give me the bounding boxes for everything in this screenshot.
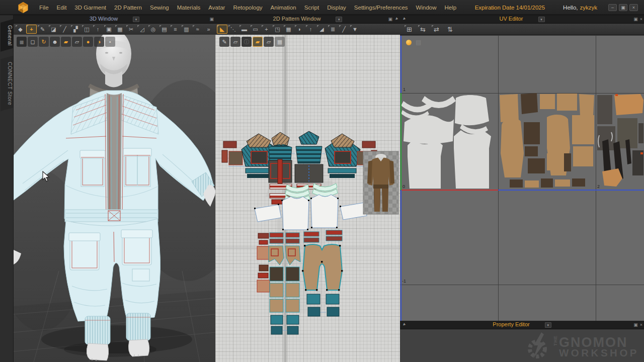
panel-menu-caret[interactable]: ▾ (538, 17, 545, 22)
uv-arrange-grid-tool[interactable]: ⇄ (431, 25, 442, 34)
menu-item[interactable]: Window (412, 0, 441, 15)
panel-property-header: ◄ Property Editor▾ ▣ × (400, 321, 644, 329)
title-bar: FileEdit3D Garment2D PatternSewingMateri… (0, 0, 644, 15)
uv-gridline (400, 285, 644, 285)
show-seamlines-toggle[interactable]: ↻ (39, 37, 49, 47)
menu-item[interactable]: File (35, 0, 53, 15)
menu-item[interactable]: Animation (267, 0, 300, 15)
menu-item[interactable]: Script (300, 0, 323, 15)
menu-item[interactable]: Display (323, 0, 350, 15)
menu-item[interactable]: Settings/Preferences (350, 0, 412, 15)
close-panel-icon[interactable]: × (640, 321, 642, 328)
viewport-uv[interactable]: 1 0 2 -1 ▤ (400, 36, 644, 321)
edit-style-line-toggle[interactable]: ✎ (219, 37, 229, 47)
more-tools[interactable]: » (203, 25, 214, 34)
panel-menu-caret[interactable]: ▾ (336, 17, 342, 22)
toolbar-uv: ⊞⇆⇄⇅ (400, 24, 644, 35)
edit-pattern-tool[interactable]: ✎ (37, 25, 48, 34)
expand-panel-icon[interactable]: ▣ (633, 321, 638, 328)
username-link[interactable]: zykzyk (580, 5, 598, 11)
uv-islands-pants[interactable] (499, 93, 596, 190)
menu-item[interactable]: Retopology (229, 0, 266, 15)
uv-arrange-vertical-tool[interactable]: ⇅ (445, 25, 455, 34)
close-button[interactable]: × (629, 4, 638, 11)
expand-panel-icon[interactable]: ▣ (209, 16, 214, 23)
measure-tool[interactable]: ▥ (181, 25, 192, 34)
lock-pattern-toggle[interactable]: ▱ (264, 37, 274, 47)
sidebar-tab-connect-store[interactable]: CONNECT Store (1, 56, 13, 111)
show-baseline-toggle[interactable]: ▦ (275, 37, 285, 47)
grid-tool[interactable]: ▦ (115, 25, 125, 34)
pleats-tool[interactable]: ≣ (328, 25, 338, 34)
avatar-display-tool[interactable]: ↑ (93, 25, 103, 34)
expand-panel-icon[interactable]: ▣ (633, 16, 638, 23)
steam-tool[interactable]: ◎ (148, 25, 158, 34)
toolbar-3d: ◆+✎◪╱▞◫↑▣▦✂◿◎▤≡▥≈» (14, 24, 215, 35)
symmetry-tool[interactable]: ↑ (305, 25, 316, 34)
minimize-button[interactable]: – (608, 4, 617, 11)
grading-tool[interactable]: ▦ (283, 25, 294, 34)
uv-stamp-toggle[interactable]: ▤ (416, 39, 421, 46)
corner-tool[interactable]: ◢ (316, 25, 327, 34)
uv-snapshot-tool[interactable]: ⊞ (404, 25, 415, 34)
dart-tool[interactable]: + (261, 25, 272, 34)
panel-menu-caret[interactable]: ▾ (133, 17, 139, 22)
uv-arrange-horizontal-tool[interactable]: ⇆ (418, 25, 428, 34)
create-rectangle-tool[interactable]: ▭ (250, 25, 261, 34)
menu-item[interactable]: 2D Pattern (110, 0, 146, 15)
expand-panel-icon[interactable]: ▣ (388, 16, 393, 23)
show-head-b-toggle[interactable]: ◑ (94, 37, 104, 47)
main-menu: FileEdit3D Garment2D PatternSewingMateri… (35, 0, 460, 15)
uv-islands-shirt[interactable] (401, 93, 498, 190)
menu-item[interactable]: Materials (173, 0, 205, 15)
wind-tool[interactable]: ≈ (192, 25, 203, 34)
texture-editor-tool[interactable]: ▼ (350, 25, 360, 34)
pattern-pieces-2d[interactable] (215, 35, 400, 362)
notch-tool[interactable]: ◗ (294, 25, 305, 34)
fold-arrangement-tool[interactable]: ◫ (82, 25, 92, 34)
show-head-a-toggle[interactable]: ● (83, 37, 93, 47)
viewport-2d-pattern[interactable]: ✎▱ⓘ▰▱▦ (215, 35, 400, 362)
show-garment-toggle[interactable]: ▱ (230, 37, 240, 47)
simulate-tool[interactable]: ◆ (15, 25, 26, 34)
reference-image[interactable] (363, 151, 398, 214)
edit-texture-tool[interactable]: ◪ (48, 25, 59, 34)
transform-pattern-tool[interactable]: ◣ (217, 25, 227, 34)
create-polygon-tool[interactable]: ▬ (239, 25, 250, 34)
show-fabric-toggle[interactable]: ▰ (253, 37, 263, 47)
show-fabric-a-toggle[interactable]: ▰ (61, 37, 71, 47)
panel-uv-editor: ◄ UV Editor▾ ▣ × ⊞⇆⇄⇅ 1 0 (400, 15, 644, 362)
menu-item[interactable]: 3D Garment (70, 0, 110, 15)
cut-sew-tool[interactable]: ╱ (339, 25, 349, 34)
select-move-tool[interactable]: + (26, 25, 37, 34)
menu-item[interactable]: Sewing (146, 0, 173, 15)
menu-item[interactable]: Edit (53, 0, 71, 15)
shoe-tool[interactable]: ◿ (137, 25, 147, 34)
scissors-tool[interactable]: ✂ (126, 25, 136, 34)
uv-fabric-indicator[interactable] (406, 40, 412, 45)
show-fabric-b-toggle[interactable]: ▱ (72, 37, 82, 47)
button-tool[interactable]: ▤ (159, 25, 170, 34)
show-tape-toggle[interactable]: ▪ (105, 37, 115, 47)
panel-3d-window: 3D Window▾ ▣ ◆+✎◪╱▞◫↑▣▦✂◿◎▤≡▥≈» ◼◻↻☻▰▱●◑… (14, 15, 215, 362)
arrangement-points-tool[interactable]: ▣ (104, 25, 114, 34)
show-avatar-toggle[interactable]: ☻ (50, 37, 60, 47)
close-panel-icon[interactable]: × (640, 16, 642, 23)
sewing-tool[interactable]: ▞ (70, 25, 81, 34)
pin-tool[interactable]: ╱ (59, 25, 70, 34)
viewport-3d[interactable]: ◼◻↻☻▰▱●◑▪ (14, 35, 215, 362)
panel-menu-caret[interactable]: ▾ (545, 322, 551, 328)
show-garment-toggle[interactable]: ◼ (17, 37, 27, 47)
edit-pattern-tool[interactable]: ⋱ (228, 25, 238, 34)
uv-islands-lining[interactable] (596, 93, 644, 190)
layers-tool[interactable]: ≡ (170, 25, 181, 34)
sidebar-tab-general[interactable]: General (1, 19, 13, 52)
restore-button[interactable]: ▣ (619, 4, 627, 11)
menu-item[interactable]: Avatar (204, 0, 229, 15)
uv-label-vneg1: -1 (402, 279, 406, 284)
trace-tool[interactable]: ◳ (272, 25, 283, 34)
avatar-3d-render[interactable] (14, 35, 215, 362)
pattern-info-toggle[interactable]: ⓘ (242, 37, 252, 47)
show-garment-outline-toggle[interactable]: ◻ (28, 37, 38, 47)
menu-item[interactable]: Help (441, 0, 461, 15)
